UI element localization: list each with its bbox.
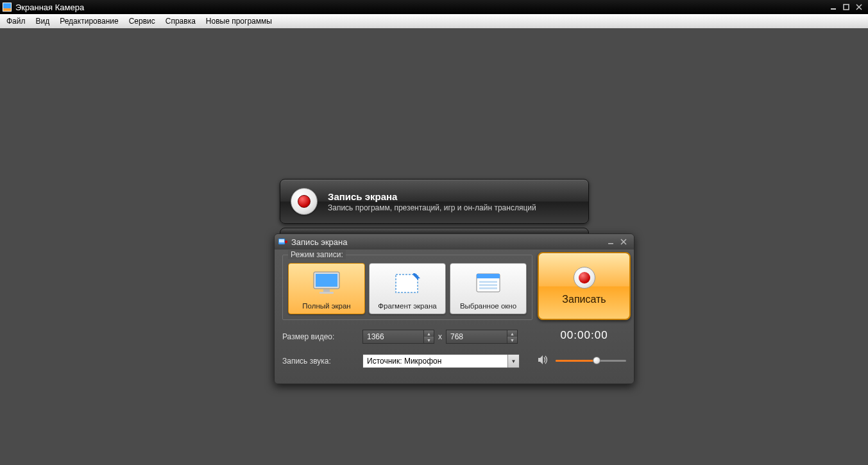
app-icon	[3, 3, 12, 12]
banner-subtitle: Запись программ, презентаций, игр и он-л…	[328, 203, 536, 212]
minimize-button[interactable]	[827, 1, 840, 13]
menu-view[interactable]: Вид	[31, 15, 55, 27]
record-mode-label: Режим записи:	[288, 250, 346, 259]
record-dot-icon	[574, 267, 595, 289]
svg-rect-18	[479, 287, 497, 289]
workspace: Запись экрана Запись программ, презентац…	[0, 28, 868, 465]
selection-icon	[393, 264, 421, 302]
menu-service[interactable]: Сервис	[124, 15, 160, 27]
height-input[interactable]	[447, 332, 507, 341]
svg-rect-8	[608, 243, 613, 244]
svg-rect-16	[479, 281, 497, 283]
dialog-minimize-button[interactable]	[604, 237, 617, 247]
width-spinner[interactable]: ▲ ▼	[362, 330, 434, 344]
svg-rect-13	[396, 275, 418, 292]
mode-fragment-button[interactable]: Фрагмент экрана	[369, 263, 446, 314]
dialog-icon	[278, 238, 287, 246]
banner-title: Запись экрана	[328, 191, 536, 202]
width-input[interactable]	[363, 332, 423, 341]
menu-new-programs[interactable]: Новые программы	[201, 15, 277, 27]
width-down-button[interactable]: ▼	[424, 337, 434, 343]
menu-edit[interactable]: Редактирование	[55, 15, 123, 27]
height-up-button[interactable]: ▲	[507, 330, 517, 337]
monitor-icon	[312, 264, 341, 302]
mode-window-label: Выбранное окно	[460, 302, 516, 310]
record-mode-group: Режим записи: Полный экран	[282, 255, 532, 320]
svg-rect-15	[477, 274, 500, 278]
x-separator: x	[438, 332, 442, 341]
svg-rect-1	[3, 3, 11, 8]
volume-thumb[interactable]	[593, 357, 600, 364]
record-button-label: Записать	[562, 294, 606, 305]
width-up-button[interactable]: ▲	[424, 330, 434, 337]
svg-rect-4	[844, 4, 849, 10]
window-icon	[474, 264, 502, 302]
menu-file[interactable]: Файл	[1, 15, 31, 27]
dialog-close-button[interactable]	[617, 237, 630, 247]
volume-icon[interactable]	[538, 355, 549, 367]
sound-record-label: Запись звука:	[282, 357, 362, 366]
dialog-title-bar: Запись экрана	[275, 234, 634, 249]
menu-bar: Файл Вид Редактирование Сервис Справка Н…	[0, 14, 868, 28]
record-dialog: Запись экрана Режим записи:	[274, 233, 634, 384]
volume-slider[interactable]	[556, 357, 626, 366]
mode-fragment-label: Фрагмент экрана	[378, 302, 436, 310]
sound-source-combo[interactable]: Источник: Микрофон ▼	[362, 354, 520, 368]
dialog-title: Запись экрана	[291, 237, 347, 247]
sound-source-value: Источник: Микрофон	[363, 357, 507, 366]
height-down-button[interactable]: ▼	[507, 337, 517, 343]
svg-rect-2	[3, 8, 11, 11]
svg-rect-12	[319, 292, 334, 294]
combo-dropdown-button[interactable]: ▼	[507, 355, 519, 368]
record-icon	[291, 188, 318, 215]
record-button[interactable]: Записать	[538, 252, 631, 320]
mode-fullscreen-button[interactable]: Полный экран	[288, 263, 365, 314]
title-bar: Экранная Камера	[0, 0, 868, 14]
svg-rect-3	[831, 8, 836, 10]
svg-rect-11	[323, 289, 330, 292]
mode-fullscreen-label: Полный экран	[302, 302, 350, 310]
svg-rect-10	[316, 274, 337, 287]
maximize-button[interactable]	[840, 1, 853, 13]
app-title: Экранная Камера	[15, 3, 84, 12]
mode-window-button[interactable]: Выбранное окно	[450, 263, 527, 314]
svg-rect-6	[279, 239, 284, 242]
svg-rect-17	[479, 284, 497, 286]
record-screen-banner[interactable]: Запись экрана Запись программ, презентац…	[280, 179, 589, 224]
height-spinner[interactable]: ▲ ▼	[446, 330, 518, 344]
menu-help[interactable]: Справка	[160, 15, 201, 27]
timer-display: 00:00:00	[538, 329, 631, 342]
svg-point-7	[285, 241, 287, 243]
video-size-label: Размер видео:	[282, 332, 362, 341]
close-button[interactable]	[853, 1, 865, 13]
